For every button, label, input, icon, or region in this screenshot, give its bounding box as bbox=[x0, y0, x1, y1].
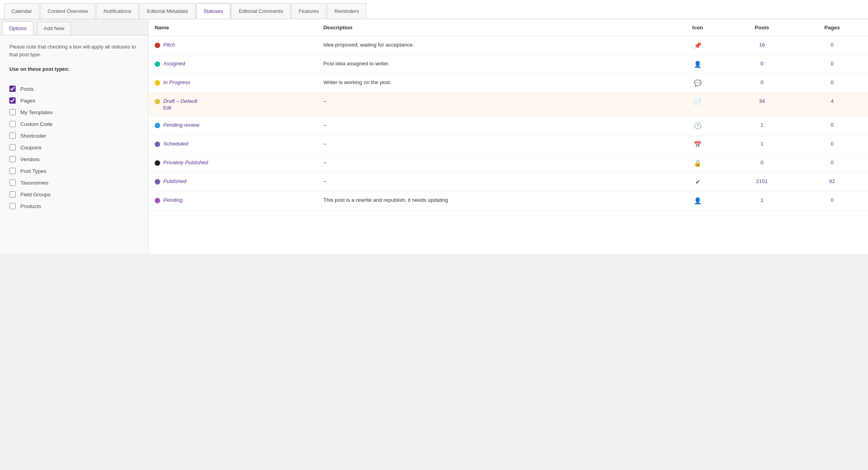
cell-name-pending: Pending bbox=[148, 192, 317, 210]
post-type-checkbox-pages[interactable] bbox=[9, 97, 16, 104]
posts-count-pending[interactable]: 1 bbox=[761, 197, 764, 203]
post-types-label: Use on these post types: bbox=[9, 66, 70, 72]
col-header-icon: Icon bbox=[668, 19, 728, 36]
top-tab-notifications[interactable]: Notifications bbox=[96, 3, 139, 19]
cell-name-in-progress: In Progress bbox=[148, 74, 317, 93]
table-row-assigned: AssignedPost idea assigned to writer.👤00 bbox=[148, 55, 868, 74]
post-type-label-post-types: Post Types bbox=[20, 168, 46, 174]
post-type-item-products: Products bbox=[9, 200, 139, 212]
pages-count-scheduled: 0 bbox=[830, 141, 834, 147]
post-type-list: PostsPagesMy TemplatesCustom CodeShortco… bbox=[9, 83, 139, 212]
cell-name-pending-review: Pending review bbox=[148, 117, 317, 135]
cell-posts-draft: 34 bbox=[727, 93, 796, 117]
pages-count-published[interactable]: 62 bbox=[829, 178, 835, 184]
right-panel: Name Description Icon Posts Pages PitchI… bbox=[148, 19, 868, 254]
status-edit-link-draft[interactable]: Edit bbox=[163, 105, 311, 111]
cell-posts-pending-review: 1 bbox=[727, 117, 796, 135]
top-tab-editorial-metadata[interactable]: Editorial Metadata bbox=[139, 3, 195, 19]
status-name-link-assigned[interactable]: Assigned bbox=[163, 61, 185, 66]
cell-posts-pending: 1 bbox=[727, 192, 796, 210]
post-type-label-coupons: Coupons bbox=[20, 145, 41, 151]
top-tab-calendar[interactable]: Calendar bbox=[4, 3, 39, 19]
table-row-published: Published–✔215162 bbox=[148, 173, 868, 192]
cell-posts-privately-published: 0 bbox=[727, 154, 796, 173]
posts-count-published[interactable]: 2151 bbox=[756, 178, 768, 184]
posts-count-assigned: 0 bbox=[761, 61, 764, 66]
post-type-label-vendors: Vendors bbox=[20, 156, 40, 162]
posts-count-pending-review[interactable]: 1 bbox=[761, 122, 764, 128]
post-type-checkbox-post-types[interactable] bbox=[9, 168, 16, 174]
post-type-checkbox-vendors[interactable] bbox=[9, 156, 16, 162]
cell-icon-pitch: 📌 bbox=[668, 36, 728, 55]
post-type-checkbox-field-groups[interactable] bbox=[9, 191, 16, 197]
status-icon-published: ✔ bbox=[674, 178, 722, 186]
table-row-pending: PendingThis post is a rewrite and republ… bbox=[148, 192, 868, 210]
status-icon-scheduled: 📅 bbox=[674, 141, 722, 148]
cell-pages-draft: 4 bbox=[796, 93, 868, 117]
top-tab-features[interactable]: Features bbox=[291, 3, 326, 19]
status-icon-pending: 👤 bbox=[674, 197, 722, 205]
post-type-checkbox-products[interactable] bbox=[9, 203, 16, 209]
posts-count-in-progress: 0 bbox=[761, 79, 764, 85]
post-type-label-posts: Posts bbox=[20, 86, 34, 92]
post-type-item-my-templates: My Templates bbox=[9, 106, 139, 118]
top-tab-content-overview[interactable]: Content Overview bbox=[40, 3, 95, 19]
table-header-row: Name Description Icon Posts Pages bbox=[148, 19, 868, 36]
cell-pages-privately-published: 0 bbox=[796, 154, 868, 173]
cell-name-published: Published bbox=[148, 173, 317, 192]
top-tab-statuses[interactable]: Statuses bbox=[196, 3, 231, 19]
table-row-draft: Draft – DefaultEdit–📄344 bbox=[148, 93, 868, 117]
post-type-checkbox-coupons[interactable] bbox=[9, 144, 16, 151]
cell-pages-pitch: 0 bbox=[796, 36, 868, 55]
status-icon-pending-review: 🕐 bbox=[674, 122, 722, 129]
pages-count-pending-review: 0 bbox=[830, 122, 834, 128]
cell-posts-published: 2151 bbox=[727, 173, 796, 192]
post-type-checkbox-my-templates[interactable] bbox=[9, 109, 16, 115]
status-name-link-draft[interactable]: Draft – Default bbox=[163, 98, 197, 104]
cell-name-draft: Draft – DefaultEdit bbox=[148, 93, 317, 117]
col-header-name: Name bbox=[148, 19, 317, 36]
status-name-link-privately-published[interactable]: Privately Published bbox=[163, 160, 208, 165]
cell-name-assigned: Assigned bbox=[148, 55, 317, 74]
cell-pages-published: 62 bbox=[796, 173, 868, 192]
pages-count-assigned: 0 bbox=[830, 61, 834, 66]
pages-count-in-progress: 0 bbox=[830, 79, 834, 85]
sub-tab-add-new[interactable]: Add New bbox=[37, 22, 71, 35]
status-name-link-pending-review[interactable]: Pending review bbox=[163, 122, 199, 128]
status-name-link-in-progress[interactable]: In Progress bbox=[163, 79, 190, 85]
post-type-checkbox-taxonomies[interactable] bbox=[9, 179, 16, 186]
posts-count-draft[interactable]: 34 bbox=[759, 98, 765, 104]
cell-icon-pending: 👤 bbox=[668, 192, 728, 210]
pages-count-pitch: 0 bbox=[830, 42, 834, 48]
cell-pages-pending-review: 0 bbox=[796, 117, 868, 135]
post-type-checkbox-posts[interactable] bbox=[9, 86, 16, 92]
post-type-item-custom-code: Custom Code bbox=[9, 118, 139, 130]
cell-posts-pitch: 16 bbox=[727, 36, 796, 55]
post-type-checkbox-shortcoder[interactable] bbox=[9, 133, 16, 139]
status-dot-in-progress bbox=[155, 80, 160, 86]
posts-count-scheduled[interactable]: 1 bbox=[761, 141, 764, 147]
col-header-pages: Pages bbox=[796, 19, 868, 36]
top-tab-editorial-comments[interactable]: Editorial Comments bbox=[231, 3, 290, 19]
cell-icon-in-progress: 💬 bbox=[668, 74, 728, 93]
post-type-item-shortcoder: Shortcoder bbox=[9, 130, 139, 142]
status-name-link-pitch[interactable]: Pitch bbox=[163, 42, 175, 48]
pages-count-draft[interactable]: 4 bbox=[830, 98, 834, 104]
top-tab-reminders[interactable]: Reminders bbox=[327, 3, 366, 19]
main-layout: OptionsAdd New Please note that checking… bbox=[0, 19, 868, 254]
status-name-link-pending[interactable]: Pending bbox=[163, 197, 183, 203]
status-dot-privately-published bbox=[155, 160, 160, 166]
posts-count-pitch[interactable]: 16 bbox=[759, 42, 765, 48]
post-type-checkbox-custom-code[interactable] bbox=[9, 121, 16, 127]
status-name-link-published[interactable]: Published bbox=[163, 178, 186, 184]
post-type-label-my-templates: My Templates bbox=[20, 109, 53, 115]
status-icon-in-progress: 💬 bbox=[674, 79, 722, 87]
cell-icon-privately-published: 🔒 bbox=[668, 154, 728, 173]
cell-posts-assigned: 0 bbox=[727, 55, 796, 74]
sub-tab-options[interactable]: Options bbox=[2, 22, 33, 35]
table-row-in-progress: In ProgressWriter is working on the post… bbox=[148, 74, 868, 93]
cell-icon-scheduled: 📅 bbox=[668, 135, 728, 154]
cell-description-privately-published: – bbox=[317, 154, 668, 173]
status-name-link-scheduled[interactable]: Scheduled bbox=[163, 141, 188, 147]
posts-count-privately-published: 0 bbox=[761, 160, 764, 165]
